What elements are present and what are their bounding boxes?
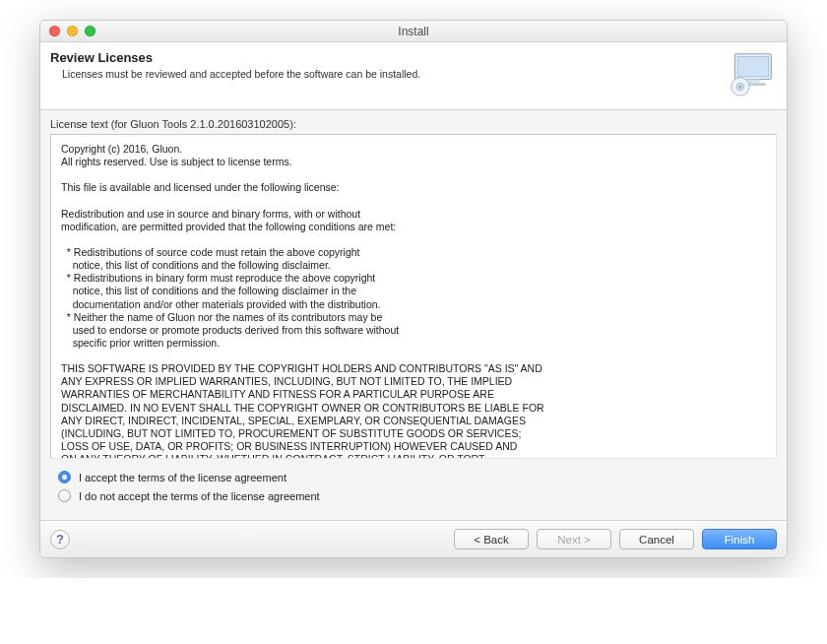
- close-icon[interactable]: [49, 26, 60, 36]
- zoom-icon[interactable]: [85, 26, 95, 36]
- finish-button[interactable]: Finish: [702, 529, 777, 549]
- traffic-lights: [40, 26, 95, 36]
- radio-accept[interactable]: I accept the terms of the license agreem…: [58, 471, 769, 483]
- window-title: Install: [40, 25, 787, 38]
- radio-button-icon: [58, 489, 71, 502]
- radio-reject[interactable]: I do not accept the terms of the license…: [58, 489, 769, 502]
- back-button[interactable]: < Back: [454, 529, 529, 549]
- next-button: Next >: [537, 529, 611, 549]
- footer: ? < Back Next > Cancel Finish: [40, 520, 787, 557]
- body: License text (for Gluon Tools 2.1.0.2016…: [40, 110, 787, 520]
- titlebar: Install: [40, 21, 787, 42]
- cancel-button[interactable]: Cancel: [619, 529, 694, 549]
- page-title: Review Licenses: [50, 50, 726, 65]
- license-radio-group: I accept the terms of the license agreem…: [50, 459, 777, 512]
- header: Review Licenses Licenses must be reviewe…: [40, 42, 787, 110]
- install-window: Install Review Licenses Licenses must be…: [39, 20, 788, 558]
- radio-button-icon: [58, 471, 71, 483]
- license-text-area[interactable]: Copyright (c) 2016, Gluon. All rights re…: [50, 134, 777, 459]
- help-button[interactable]: ?: [50, 530, 70, 549]
- svg-point-6: [739, 86, 742, 89]
- radio-accept-label: I accept the terms of the license agreem…: [79, 472, 286, 483]
- page-subtitle: Licenses must be reviewed and accepted b…: [50, 68, 726, 80]
- installer-icon: [726, 50, 777, 101]
- license-label: License text (for Gluon Tools 2.1.0.2016…: [50, 118, 777, 130]
- radio-reject-label: I do not accept the terms of the license…: [79, 490, 320, 502]
- minimize-icon[interactable]: [67, 26, 78, 36]
- svg-rect-1: [737, 56, 768, 76]
